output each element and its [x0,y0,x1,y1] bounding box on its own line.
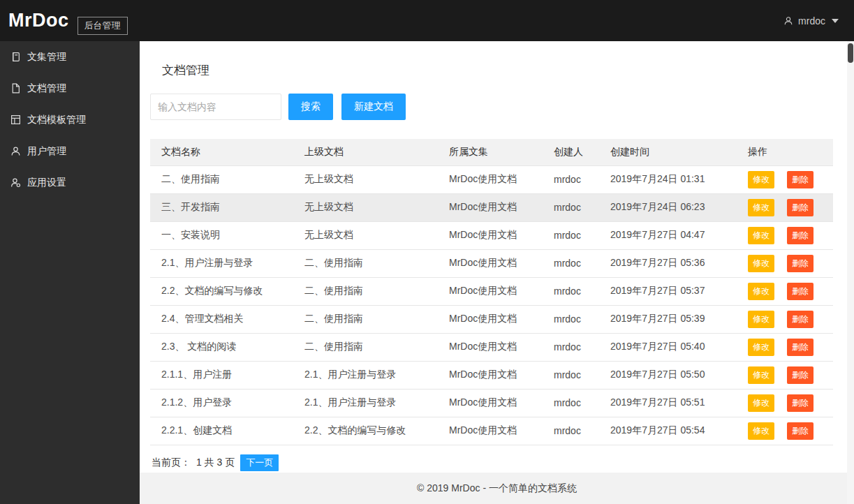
doc-name-cell: 2.1、用户注册与登录 [150,249,293,277]
doc-created-cell: 2019年7月27日 05:37 [599,277,737,305]
delete-button[interactable]: 删除 [787,255,813,272]
doc-parent-cell: 2.2、文档的编写与修改 [293,417,438,445]
doc-creator-cell: mrdoc [543,249,599,277]
doc-name-cell: 2.2.1、创建文档 [150,417,293,445]
table-row: 2.2.1、创建文档 2.2、文档的编写与修改 MrDoc使用文档 mrdoc … [150,417,833,445]
delete-button[interactable]: 删除 [787,171,813,188]
doc-actions-cell: 修改 删除 [737,249,833,277]
sidebar-item-label: 文档管理 [27,82,66,95]
doc-collection-cell: MrDoc使用文档 [438,221,543,249]
doc-created-cell: 2019年7月24日 01:31 [599,165,737,193]
doc-parent-cell: 2.1、用户注册与登录 [293,361,438,389]
delete-button[interactable]: 删除 [787,394,813,412]
doc-name-cell: 2.3、 文档的阅读 [150,333,293,361]
modify-button[interactable]: 修改 [748,283,774,300]
doc-created-cell: 2019年7月27日 05:51 [599,389,737,417]
modify-button[interactable]: 修改 [748,199,774,216]
scrollbar[interactable] [847,41,854,504]
doc-creator-cell: mrdoc [543,305,599,333]
delete-button[interactable]: 删除 [787,366,813,384]
sidebar-item-settings[interactable]: 应用设置 [0,167,140,198]
modify-button[interactable]: 修改 [748,255,774,272]
doc-parent-cell: 二、使用指南 [293,277,438,305]
delete-button[interactable]: 删除 [787,283,813,300]
footer: © 2019 MrDoc - 一个简单的文档系统 [140,473,854,504]
delete-button[interactable]: 删除 [787,311,813,328]
doc-actions-cell: 修改 删除 [737,277,833,305]
doc-creator-cell: mrdoc [543,389,599,417]
doc-actions-cell: 修改 删除 [737,193,833,221]
col-header-creator: 创建人 [543,139,599,165]
table-header-row: 文档名称 上级文档 所属文集 创建人 创建时间 操作 [150,139,833,165]
search-button[interactable]: 搜索 [288,94,333,120]
table-row: 一、安装说明 无上级文档 MrDoc使用文档 mrdoc 2019年7月27日 … [150,221,833,249]
doc-created-cell: 2019年7月27日 05:40 [599,333,737,361]
doc-collection-cell: MrDoc使用文档 [438,417,543,445]
doc-created-cell: 2019年7月27日 05:39 [599,305,737,333]
users-icon [10,146,21,156]
doc-parent-cell: 二、使用指南 [293,333,438,361]
new-doc-button[interactable]: 新建文档 [341,94,406,120]
search-bar: 搜索 新建文档 [150,94,833,120]
document-icon [10,83,21,94]
doc-collection-cell: MrDoc使用文档 [438,193,543,221]
col-header-actions: 操作 [737,139,833,165]
admin-badge: 后台管理 [78,17,128,35]
doc-parent-cell: 二、使用指南 [293,249,438,277]
sidebar-item-label: 文档模板管理 [27,114,86,126]
table-row: 2.1、用户注册与登录 二、使用指南 MrDoc使用文档 mrdoc 2019年… [150,249,833,277]
modify-button[interactable]: 修改 [748,394,774,412]
sidebar-item-templates[interactable]: 文档模板管理 [0,104,140,135]
sidebar-item-collections[interactable]: 文集管理 [0,41,140,73]
modify-button[interactable]: 修改 [748,311,774,328]
table-row: 2.1.2、用户登录 2.1、用户注册与登录 MrDoc使用文档 mrdoc 2… [150,389,833,417]
scrollbar-thumb[interactable] [848,43,853,63]
doc-actions-cell: 修改 删除 [737,333,833,361]
book-icon [10,52,21,62]
table-row: 二、使用指南 无上级文档 MrDoc使用文档 mrdoc 2019年7月24日 … [150,165,833,193]
table-body: 二、使用指南 无上级文档 MrDoc使用文档 mrdoc 2019年7月24日 … [150,165,833,445]
doc-actions-cell: 修改 删除 [737,165,833,193]
settings-icon [10,177,21,188]
doc-created-cell: 2019年7月24日 06:23 [599,193,737,221]
doc-parent-cell: 2.1、用户注册与登录 [293,389,438,417]
doc-created-cell: 2019年7月27日 04:47 [599,221,737,249]
doc-created-cell: 2019年7月27日 05:54 [599,417,737,445]
user-icon [783,15,794,26]
doc-creator-cell: mrdoc [543,221,599,249]
doc-collection-cell: MrDoc使用文档 [438,277,543,305]
doc-actions-cell: 修改 删除 [737,389,833,417]
doc-actions-cell: 修改 删除 [737,417,833,445]
modify-button[interactable]: 修改 [748,366,774,384]
modify-button[interactable]: 修改 [748,339,774,356]
delete-button[interactable]: 删除 [787,339,813,356]
page-title: 文档管理 [162,62,833,78]
table-row: 2.1.1、用户注册 2.1、用户注册与登录 MrDoc使用文档 mrdoc 2… [150,361,833,389]
footer-text: © 2019 MrDoc - 一个简单的文档系统 [417,482,577,495]
doc-creator-cell: mrdoc [543,165,599,193]
table-row: 2.2、文档的编写与修改 二、使用指南 MrDoc使用文档 mrdoc 2019… [150,277,833,305]
app-logo: MrDoc [8,10,69,31]
delete-button[interactable]: 删除 [787,422,813,440]
modify-button[interactable]: 修改 [748,422,774,440]
modify-button[interactable]: 修改 [748,171,774,188]
search-input[interactable] [150,94,281,120]
user-menu[interactable]: mrdoc [783,15,839,27]
sidebar-item-label: 文集管理 [27,51,66,64]
delete-button[interactable]: 删除 [787,199,813,216]
sidebar-item-users[interactable]: 用户管理 [0,135,140,167]
doc-name-cell: 2.4、管理文档相关 [150,305,293,333]
modify-button[interactable]: 修改 [748,227,774,244]
doc-collection-cell: MrDoc使用文档 [438,333,543,361]
sidebar-item-documents[interactable]: 文档管理 [0,73,140,104]
doc-creator-cell: mrdoc [543,193,599,221]
next-page-button[interactable]: 下一页 [240,454,279,471]
col-header-name: 文档名称 [150,139,293,165]
doc-collection-cell: MrDoc使用文档 [438,305,543,333]
doc-parent-cell: 无上级文档 [293,165,438,193]
delete-button[interactable]: 删除 [787,227,813,244]
main-content: 文档管理 搜索 新建文档 文档名称 上级文档 所属文集 创建人 创建时间 操作 [140,41,854,504]
doc-creator-cell: mrdoc [543,333,599,361]
doc-collection-cell: MrDoc使用文档 [438,249,543,277]
doc-collection-cell: MrDoc使用文档 [438,361,543,389]
